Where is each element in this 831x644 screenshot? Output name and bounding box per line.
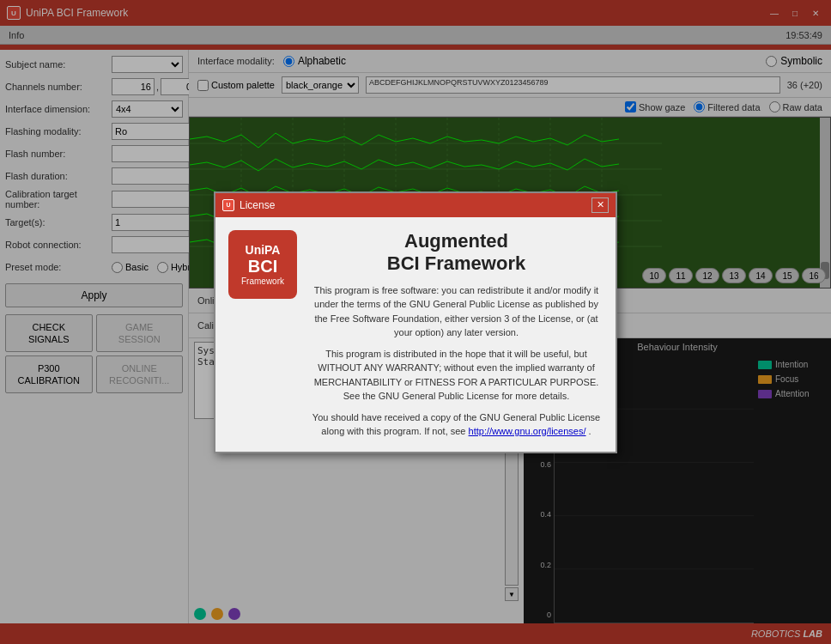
dialog-app-icon: U [222,199,234,211]
dialog-title-bar: U License ✕ [215,193,616,217]
dialog-close-button[interactable]: ✕ [591,197,609,213]
dialog-right: AugmentedBCI Framework This program is f… [310,230,603,439]
logo-line3: Framework [241,276,284,286]
modal-overlay[interactable]: U License ✕ UniPA BCI Framework Augmente… [0,0,831,644]
license-dialog: U License ✕ UniPA BCI Framework Augmente… [214,191,617,453]
license-link[interactable]: http://www.gnu.org/licenses/ [469,426,586,436]
license-text-3: You should have received a copy of the G… [310,410,603,439]
dialog-title-text: License [240,199,591,211]
dialog-app-title: AugmentedBCI Framework [310,230,603,275]
logo-line2: BCI [248,257,277,276]
logo-line1: UniPA [246,243,281,257]
license-text-2: This program is distributed in the hope … [310,347,603,404]
dialog-logo: UniPA BCI Framework [228,230,297,299]
dialog-body: UniPA BCI Framework AugmentedBCI Framewo… [215,217,616,452]
license-text-1: This program is free software: you can r… [310,283,603,340]
